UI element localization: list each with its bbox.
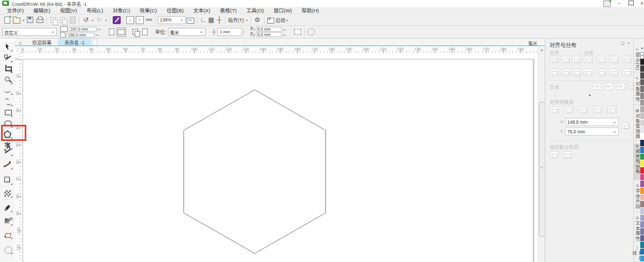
align-to-active-object-icon[interactable]: [550, 106, 559, 114]
new-document-button[interactable]: [2, 16, 12, 25]
show-grid-button[interactable]: ▦: [207, 16, 215, 25]
duplicate-x-field[interactable]: 5.0 mm: [256, 27, 282, 32]
docker-float-button[interactable]: ❏: [620, 41, 624, 46]
color-swatch[interactable]: [640, 188, 644, 194]
transparency-tool[interactable]: [2, 188, 13, 198]
color-swatch[interactable]: [640, 72, 644, 79]
text-bounding-box-icon[interactable]: [616, 83, 625, 90]
align-right-icon[interactable]: [572, 56, 581, 63]
distribute-top-icon[interactable]: [584, 69, 593, 76]
search-content-button[interactable]: [112, 16, 121, 25]
align-to-grid-icon[interactable]: [593, 106, 602, 114]
x-coordinate-field[interactable]: 148.5 mm▾▴: [565, 118, 619, 126]
connector-tool[interactable]: [2, 160, 13, 170]
y-coordinate-field[interactable]: 75.0 mm▾▴: [565, 128, 619, 136]
portrait-button[interactable]: [107, 27, 116, 37]
landscape-button[interactable]: [116, 27, 126, 37]
specify-point-icon[interactable]: [622, 122, 629, 129]
color-eyedropper-tool[interactable]: [2, 203, 13, 213]
restore-button[interactable]: [627, 0, 635, 6]
text-baseline-icon[interactable]: [604, 83, 613, 90]
menu-layout[interactable]: 布局(L): [82, 7, 108, 14]
duplicate-y-field[interactable]: 5.0 mm: [256, 32, 282, 37]
y-spinner[interactable]: ▾▴: [613, 130, 617, 133]
import-button[interactable]: ↓: [125, 16, 135, 25]
menu-tools[interactable]: 工具(O): [241, 7, 269, 14]
fullscreen-preview-button[interactable]: [186, 16, 195, 25]
outline-options-button[interactable]: [306, 27, 316, 36]
color-swatch[interactable]: [640, 174, 644, 181]
snap-to-button[interactable]: 贴齐(T): [227, 17, 245, 24]
color-swatch[interactable]: [640, 154, 644, 161]
align-center-v-icon[interactable]: [561, 69, 570, 76]
units-combo[interactable]: 毫米▾: [168, 28, 206, 36]
color-swatch[interactable]: [640, 100, 644, 107]
menu-edit[interactable]: 编辑(E): [28, 7, 55, 14]
launcher-dropdown-arrow[interactable]: ▾: [286, 18, 289, 22]
align-center-h-icon[interactable]: [561, 56, 570, 63]
export-button[interactable]: ↑: [135, 16, 144, 25]
outline-tool[interactable]: [2, 244, 13, 254]
account-icon[interactable]: [603, 1, 611, 7]
color-swatch[interactable]: [640, 235, 644, 242]
tab-document[interactable]: 未命名 -1: [58, 39, 91, 46]
menu-text[interactable]: 文本(X): [188, 7, 215, 14]
nudge-spinner[interactable]: ▴▾: [243, 30, 244, 34]
distribute-center-h-icon[interactable]: [597, 56, 606, 63]
align-to-page-edge-icon[interactable]: [579, 106, 588, 114]
new-tab-button[interactable]: [91, 39, 99, 46]
color-swatch[interactable]: [640, 194, 644, 201]
show-rulers-button[interactable]: ∟: [199, 16, 207, 25]
treat-as-filled-button[interactable]: [293, 27, 303, 37]
palette-scroll-up-icon[interactable]: ▲: [640, 46, 644, 50]
color-swatch[interactable]: [640, 106, 644, 113]
docker-close-button[interactable]: ×: [627, 41, 630, 46]
pick-tool[interactable]: [2, 42, 13, 52]
color-swatch[interactable]: [640, 79, 644, 86]
copy-button[interactable]: [58, 16, 68, 25]
current-page-button[interactable]: [140, 27, 150, 37]
ruler-origin-button[interactable]: ↔↕: [14, 46, 22, 54]
color-swatch[interactable]: [640, 160, 644, 167]
shape-tool[interactable]: [2, 53, 13, 63]
crop-tool[interactable]: [2, 63, 13, 73]
duplicate-y-spinner[interactable]: ▾▴: [283, 33, 287, 36]
align-left-icon[interactable]: [550, 56, 559, 63]
color-swatch[interactable]: [640, 181, 644, 188]
smart-fill-tool[interactable]: [2, 229, 13, 239]
page-width-spinner[interactable]: ▾▴: [98, 27, 101, 31]
color-swatch[interactable]: [640, 133, 644, 140]
menu-file[interactable]: 文件(F): [2, 7, 28, 14]
distribute-spacing-h-icon[interactable]: [610, 56, 619, 63]
redo-dropdown-arrow[interactable]: ▾: [104, 18, 108, 22]
color-swatch[interactable]: [640, 201, 644, 208]
color-swatch[interactable]: [640, 140, 644, 147]
distribute-center-v-icon[interactable]: [597, 69, 606, 76]
drop-shadow-tool[interactable]: [2, 175, 13, 185]
cut-button[interactable]: [48, 16, 58, 25]
show-guidelines-button[interactable]: ┼: [215, 16, 223, 25]
menu-effects[interactable]: 效果(C): [135, 7, 162, 14]
redo-button[interactable]: ↻: [94, 16, 104, 25]
hexagon-shape[interactable]: [184, 90, 325, 253]
publish-pdf-button[interactable]: PDF: [144, 16, 154, 25]
minimize-button[interactable]: –: [615, 0, 624, 6]
open-dropdown-arrow[interactable]: ▾: [21, 18, 25, 22]
distribute-to-selection-icon[interactable]: [550, 151, 559, 159]
undo-button[interactable]: ↺: [81, 16, 91, 25]
menu-object[interactable]: 对象(C): [108, 7, 135, 14]
distribute-bottom-icon[interactable]: [623, 69, 632, 76]
page-width-field[interactable]: 297.0 mm: [69, 27, 97, 32]
distribute-spacing-v-icon[interactable]: [610, 69, 619, 76]
page-preset-combo[interactable]: 自定义▾: [2, 28, 57, 36]
color-swatch[interactable]: [640, 113, 644, 120]
options-button[interactable]: ⚙: [253, 16, 262, 25]
page-height-field[interactable]: 150.0 mm: [67, 33, 94, 38]
align-top-icon[interactable]: [550, 69, 559, 76]
save-button[interactable]: [25, 16, 35, 25]
align-to-point-icon[interactable]: [608, 106, 617, 114]
color-swatch[interactable]: [640, 147, 644, 154]
color-swatch[interactable]: [640, 242, 644, 249]
page-height-spinner[interactable]: ▾▴: [96, 33, 99, 36]
color-swatch[interactable]: [640, 167, 644, 174]
